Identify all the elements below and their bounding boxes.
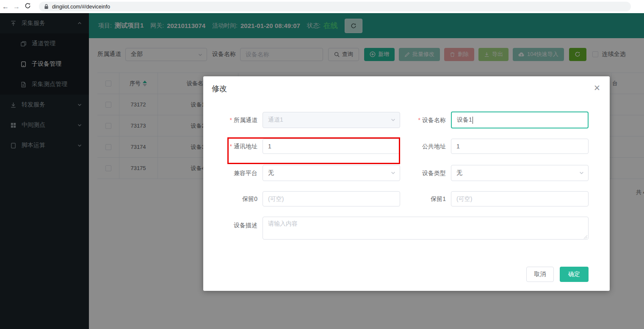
field-label-device-name: *设备名称 [391,112,446,128]
platform-select[interactable]: 无 [263,165,400,181]
address-bar[interactable]: dingiiot.com/#/deviceinfo [39,2,631,11]
url-text: dingiiot.com/#/deviceinfo [52,4,110,10]
channel-select[interactable]: 通道1 [263,112,400,128]
confirm-button[interactable]: 确定 [560,267,589,282]
field-label-desc: 设备描述 [203,217,257,234]
field-label-reserve1: 保留1 [391,191,446,206]
browser-forward-icon[interactable]: → [11,3,22,11]
screen: ← → dingiiot.com/#/deviceinfo 采集服务 通道管理 … [0,0,644,329]
comm-addr-input[interactable] [263,139,400,154]
reserve1-input[interactable] [451,191,589,206]
field-label-reserve0: 保留0 [203,191,257,206]
close-icon[interactable]: ✕ [594,84,600,92]
dialog-title: 修改 [212,84,227,94]
lock-icon [44,4,49,9]
field-label-comm-addr: *通讯地址 [203,139,257,154]
chevron-down-icon [579,170,584,176]
field-label-device-type: 设备类型 [391,165,446,181]
browser-bar: ← → dingiiot.com/#/deviceinfo [0,0,644,13]
browser-reload-icon[interactable] [22,3,33,11]
field-label-public-addr: 公共地址 [391,139,446,154]
cancel-button[interactable]: 取消 [526,267,554,282]
device-type-select[interactable]: 无 [451,165,589,181]
reserve0-input[interactable] [263,191,400,206]
device-desc-textarea[interactable] [263,217,589,240]
text-caret [473,117,473,124]
device-name-input[interactable]: 设备1 [451,112,589,128]
edit-dialog: 修改 ✕ *所属通道 通道1 *设备名称 设备1 *通讯地址 公共地址 兼容平台 [203,76,610,291]
field-label-channel: *所属通道 [203,112,257,128]
public-addr-input[interactable] [451,139,589,154]
field-label-platform: 兼容平台 [203,165,257,181]
browser-back-icon[interactable]: ← [0,3,11,11]
